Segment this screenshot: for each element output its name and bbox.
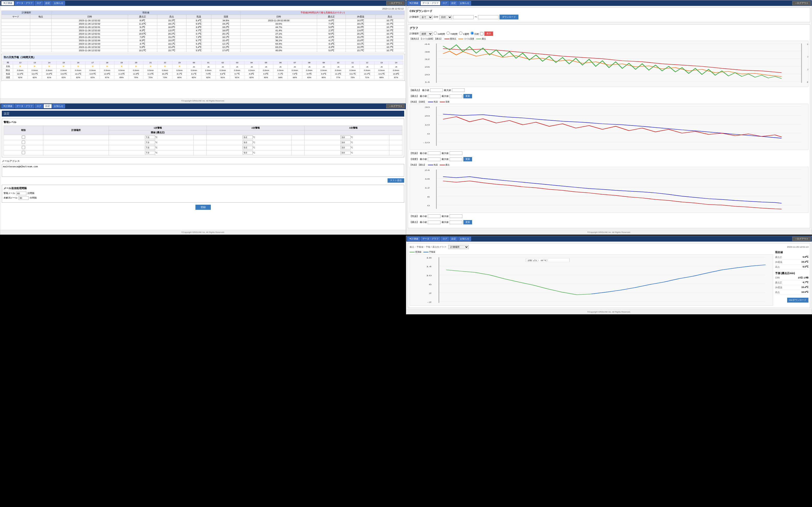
logout-btn-3[interactable]: →ログアウト (386, 104, 405, 108)
nav-notice-2[interactable]: お知らせ (458, 1, 471, 5)
nav-log-2[interactable]: ログ (441, 1, 449, 5)
weather-hour-cell: 14 (389, 61, 403, 65)
alert-empty (389, 140, 402, 145)
weather-rain-cell: 0.0mm (27, 69, 42, 72)
download-btn[interactable]: ダウンロード (500, 15, 518, 19)
alert-value-input[interactable] (243, 135, 253, 139)
resolved-mail-input[interactable] (18, 196, 29, 200)
chart1-min2-input[interactable] (428, 95, 441, 98)
alert-value-input[interactable] (340, 140, 351, 144)
forecast-place-select[interactable]: 計測場所 (448, 245, 469, 249)
alert-checkbox[interactable] (22, 146, 25, 149)
alert-value-input[interactable] (145, 140, 155, 144)
chart2-update-btn[interactable]: 更新 (463, 157, 472, 161)
chart2-max2-input[interactable] (450, 158, 462, 161)
radio-1week[interactable]: 1週間 (459, 32, 469, 36)
table-cell: 5.8℃ (317, 25, 346, 29)
nav-data-graph-1[interactable]: データ・グラフ (15, 1, 34, 5)
svg-text:12: 12 (425, 187, 430, 189)
alert-value-input[interactable] (145, 146, 155, 149)
table-cell: 17.6℃ (211, 49, 240, 52)
graph-checkbox[interactable] (480, 32, 483, 35)
chart1-min-input[interactable] (430, 89, 443, 92)
nav-keisoku-4[interactable]: ▼計測値 (407, 237, 420, 241)
chart3-max-input[interactable] (450, 214, 462, 218)
table-row: 2023-11-26 12:52:017.6℃15.2℃7.3℃16.1℃56.… (2, 36, 405, 39)
nav-keisoku-3[interactable]: ▼計測値 (1, 104, 14, 108)
csv-place-select[interactable]: 全て (420, 15, 432, 19)
nav-log-1[interactable]: ログ (35, 1, 43, 5)
alert-value-input[interactable] (340, 146, 351, 149)
table-cell: 11.6℃ (128, 22, 157, 25)
alert-section: 警報レベル 有効 計測場所 1次警報 2次警報 3次警報 開値 (露点正) (2, 119, 404, 157)
forecast-dew-label: 露点正 (775, 281, 782, 284)
nav-keisoku-1[interactable]: ▼計測値 (1, 1, 14, 5)
table-cell: 6.8℃ (186, 25, 211, 29)
save-btn[interactable]: 登録 (195, 205, 211, 210)
nav-data-graph-2[interactable]: データ・グラフ (421, 1, 440, 5)
nav-settings-3[interactable]: 設定 (44, 104, 52, 108)
alert-value-input[interactable] (340, 151, 351, 155)
csv-section: CSVダウンロード 計測場所 全て 日付 日付月/日年/月/日 〜 ダウンロード (408, 7, 810, 22)
nav-log-3[interactable]: ログ (35, 104, 43, 108)
radio-daily[interactable]: 日村 (471, 32, 479, 36)
weather-rain-cell: 0.0mm (114, 69, 129, 72)
alert-value-input[interactable] (243, 151, 253, 155)
csv-dl-btn[interactable]: csvダウンロード (787, 298, 809, 302)
table-cell (30, 25, 52, 29)
alert-checkbox[interactable] (22, 151, 25, 154)
alert-value-input[interactable] (145, 151, 155, 155)
chart2-min2-input[interactable] (428, 158, 441, 161)
alert-mail-input[interactable] (16, 191, 26, 195)
svg-text:17.5: 17.5 (807, 56, 808, 58)
table-cell: 13.0℃ (346, 29, 375, 32)
logout-btn-1[interactable]: →ログアウト (386, 1, 405, 5)
alert-checkbox[interactable] (22, 135, 25, 139)
nav-settings-4[interactable]: 設定 (450, 237, 458, 241)
chart3-min-input[interactable] (428, 214, 441, 218)
nav-notice-4[interactable]: お知らせ (458, 237, 471, 241)
weather-humidity-cell: 81% (230, 76, 244, 79)
chart3-min2-input[interactable] (428, 221, 441, 224)
weather-hour-cell: 01 (201, 61, 216, 65)
chart3-update-btn[interactable]: 更新 (463, 220, 472, 224)
radio-72h[interactable]: 72時間 (447, 32, 458, 36)
nav-notice-3[interactable]: お知らせ (52, 104, 65, 108)
logout-btn-4[interactable]: →ログアウト (792, 237, 811, 241)
graph-place-select[interactable]: 総班 (420, 32, 432, 36)
show-btn[interactable]: 表示 (484, 32, 493, 36)
nav-data-graph-3[interactable]: データ・グラフ (15, 104, 34, 108)
alert-checkbox[interactable] (22, 140, 25, 144)
csv-from-input[interactable] (453, 15, 474, 19)
chart1-update-btn[interactable]: 更新 (463, 94, 472, 98)
nav-keisoku-2[interactable]: ▼計測値 (407, 1, 420, 5)
email-textarea[interactable]: maintenance@m2mstream.com (2, 164, 404, 177)
nav-notice-1[interactable]: お知らせ (52, 1, 65, 5)
alert-empty (389, 145, 402, 150)
chart2-min-input[interactable] (428, 152, 441, 155)
chart3-max2-input[interactable] (450, 221, 462, 224)
alert-value-input[interactable] (243, 146, 253, 149)
weather-humidity-cell: 82% (187, 76, 201, 79)
chart1-max-input[interactable] (452, 89, 465, 92)
test-btn[interactable]: テスト送信 (388, 178, 404, 183)
weather-humidity-cell: 82% (201, 76, 216, 79)
csv-date-type-select[interactable]: 日付月/日年/月/日 (439, 15, 452, 19)
alert-value-input[interactable] (145, 135, 155, 139)
csv-to-input[interactable] (478, 15, 499, 19)
nav-data-graph-4[interactable]: データ・グラフ (421, 237, 440, 241)
chart2-max-input[interactable] (450, 152, 462, 155)
table-cell: 4.6℃ (317, 19, 346, 22)
weather-hour-cell: 02 (216, 61, 230, 65)
table-cell: 7.3℃ (186, 36, 211, 39)
alert-value-input[interactable] (340, 135, 351, 139)
alert-value-input[interactable] (243, 140, 253, 144)
weather-rain-cell: 0.0mm (230, 69, 244, 72)
nav-log-4[interactable]: ログ (441, 237, 449, 241)
weather-temp-cell: 8.5℃ (302, 72, 316, 76)
nav-settings-1[interactable]: 設定 (44, 1, 52, 5)
radio-24h[interactable]: 24時間 (434, 32, 445, 36)
logout-btn-2[interactable]: →ログアウト (792, 1, 811, 5)
nav-settings-2[interactable]: 設定 (450, 1, 458, 5)
chart1-max2-input[interactable] (450, 95, 462, 98)
